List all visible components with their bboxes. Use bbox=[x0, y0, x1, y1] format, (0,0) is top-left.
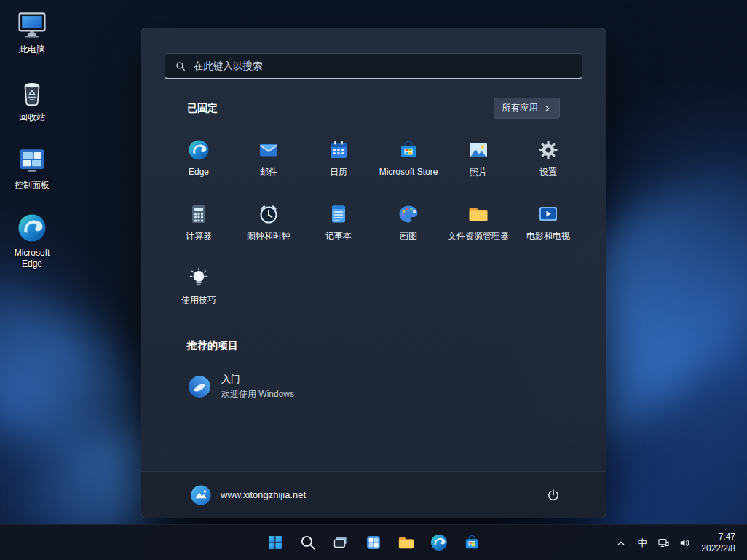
app-label: 计算器 bbox=[186, 232, 212, 242]
app-label: Edge bbox=[189, 167, 209, 178]
volume-icon bbox=[679, 537, 691, 549]
power-button[interactable] bbox=[540, 481, 567, 509]
search-icon bbox=[175, 60, 186, 72]
site-logo-icon bbox=[190, 484, 212, 506]
pinned-title: 已固定 bbox=[187, 102, 218, 115]
tips-icon bbox=[187, 267, 210, 290]
store-icon bbox=[397, 138, 420, 162]
settings-icon bbox=[537, 138, 560, 162]
widgets-icon bbox=[364, 533, 383, 552]
tray-show-hidden-icons-button[interactable] bbox=[611, 529, 631, 558]
pinned-app-movies-tv[interactable]: 电影和电视 bbox=[513, 194, 583, 253]
edge-icon bbox=[430, 533, 448, 552]
movies-tv-icon bbox=[537, 202, 560, 226]
tray-network-button[interactable] bbox=[653, 529, 673, 558]
pinned-header: 已固定 所有应用 bbox=[187, 98, 560, 119]
ime-indicator: 中 bbox=[638, 537, 647, 550]
app-label: Microsoft Store bbox=[379, 167, 438, 178]
recommended-title: 推荐的项目 bbox=[187, 339, 238, 351]
chevron-right-icon bbox=[543, 104, 552, 113]
mail-icon bbox=[257, 138, 280, 162]
all-apps-label: 所有应用 bbox=[502, 102, 538, 114]
desktop-icon-label: 此电脑 bbox=[19, 44, 45, 55]
pinned-app-paint[interactable]: 画图 bbox=[374, 194, 443, 253]
start-menu-footer: www.xitongzhijia.net bbox=[141, 471, 606, 518]
app-label: 邮件 bbox=[260, 167, 277, 178]
pinned-app-tips[interactable]: 使用技巧 bbox=[164, 259, 234, 317]
recommended-header: 推荐的项目 bbox=[187, 339, 560, 352]
clock-icon bbox=[257, 202, 280, 226]
store-icon bbox=[462, 533, 481, 552]
app-label: 照片 bbox=[470, 167, 487, 178]
pinned-app-alarms-clock[interactable]: 闹钟和时钟 bbox=[234, 194, 304, 253]
recycle-bin-icon bbox=[16, 76, 48, 109]
recommended-item-text: 入门欢迎使用 Windows bbox=[221, 373, 294, 401]
recommended-list: 入门欢迎使用 Windows bbox=[187, 368, 560, 405]
edge-icon bbox=[187, 138, 210, 162]
search-input[interactable] bbox=[194, 60, 572, 71]
recommended-item-get-started[interactable]: 入门欢迎使用 Windows bbox=[187, 368, 391, 405]
app-label: 使用技巧 bbox=[181, 296, 216, 306]
power-icon bbox=[546, 488, 561, 502]
pinned-app-settings[interactable]: 设置 bbox=[513, 130, 583, 189]
pinned-app-store[interactable]: Microsoft Store bbox=[374, 130, 443, 189]
pinned-app-notepad[interactable]: 记事本 bbox=[304, 194, 374, 253]
desktop-icon-this-pc[interactable]: 此电脑 bbox=[4, 6, 60, 58]
search-box[interactable] bbox=[165, 53, 582, 79]
this-pc-icon bbox=[16, 9, 48, 41]
app-label: 日历 bbox=[330, 167, 347, 178]
recommended-item-subtitle: 欢迎使用 Windows bbox=[221, 388, 294, 401]
system-tray: 中 7:47 2022/2/8 bbox=[611, 525, 744, 560]
pinned-app-grid: Edge邮件日历Microsoft Store照片设置计算器闹钟和时钟记事本画图… bbox=[141, 130, 606, 317]
edge-icon bbox=[16, 212, 48, 244]
tray-volume-button[interactable] bbox=[674, 529, 695, 558]
desktop-icon-control-panel[interactable]: 控制面板 bbox=[4, 141, 60, 194]
taskbar-center bbox=[261, 528, 486, 557]
notepad-icon bbox=[327, 202, 350, 226]
tray-ime-button[interactable]: 中 bbox=[632, 529, 652, 558]
desktop-icon-label: 回收站 bbox=[19, 112, 45, 123]
taskbar-start-button[interactable] bbox=[261, 528, 290, 557]
desktop-icon-label: Microsoft Edge bbox=[6, 248, 58, 269]
app-label: 记事本 bbox=[325, 232, 352, 242]
desktop-icon-recycle-bin[interactable]: 回收站 bbox=[4, 74, 60, 126]
pinned-app-edge[interactable]: Edge bbox=[164, 130, 234, 189]
desktop: 此电脑回收站控制面板Microsoft Edge 已固定 所有应用 Edge邮件… bbox=[0, 0, 747, 560]
all-apps-button[interactable]: 所有应用 bbox=[494, 98, 560, 119]
taskbar-task-view-button[interactable] bbox=[326, 528, 355, 557]
pinned-app-mail[interactable]: 邮件 bbox=[234, 130, 304, 189]
desktop-icon-label: 控制面板 bbox=[15, 180, 50, 191]
tray-date: 2022/2/8 bbox=[701, 543, 735, 555]
tray-clock[interactable]: 7:47 2022/2/8 bbox=[695, 529, 744, 558]
file-explorer-icon bbox=[397, 533, 416, 552]
pinned-app-photos[interactable]: 照片 bbox=[443, 130, 513, 189]
footer-site-label: www.xitongzhijia.net bbox=[221, 489, 306, 500]
photos-icon bbox=[467, 138, 490, 162]
pinned-app-calendar[interactable]: 日历 bbox=[304, 130, 374, 189]
calendar-icon bbox=[327, 138, 350, 162]
desktop-icons: 此电脑回收站控制面板Microsoft Edge bbox=[4, 6, 63, 288]
pinned-app-file-explorer[interactable]: 文件资源管理器 bbox=[443, 194, 513, 253]
desktop-icon-microsoft-edge[interactable]: Microsoft Edge bbox=[4, 209, 60, 272]
windows-start-icon bbox=[266, 533, 285, 552]
get-started-icon bbox=[187, 374, 212, 399]
paint-icon bbox=[397, 202, 420, 226]
chevron-up-icon bbox=[615, 537, 627, 549]
app-label: 闹钟和时钟 bbox=[247, 232, 290, 242]
footer-user[interactable]: www.xitongzhijia.net bbox=[187, 480, 313, 510]
taskbar-file-explorer-button[interactable] bbox=[392, 528, 421, 557]
search-icon bbox=[299, 533, 317, 552]
pinned-app-calculator[interactable]: 计算器 bbox=[164, 194, 234, 253]
taskbar: 中 7:47 2022/2/8 bbox=[0, 524, 747, 560]
taskbar-widgets-button[interactable] bbox=[359, 528, 388, 557]
start-menu: 已固定 所有应用 Edge邮件日历Microsoft Store照片设置计算器闹… bbox=[141, 28, 606, 518]
app-label: 文件资源管理器 bbox=[448, 232, 509, 242]
taskbar-edge-button[interactable] bbox=[424, 528, 454, 557]
network-icon bbox=[657, 537, 670, 549]
recommended-item-title: 入门 bbox=[221, 373, 294, 386]
task-view-icon bbox=[331, 533, 350, 552]
tray-time: 7:47 bbox=[719, 532, 735, 543]
control-panel-icon bbox=[16, 144, 48, 176]
taskbar-search-button[interactable] bbox=[293, 528, 323, 557]
taskbar-store-button[interactable] bbox=[457, 528, 486, 557]
